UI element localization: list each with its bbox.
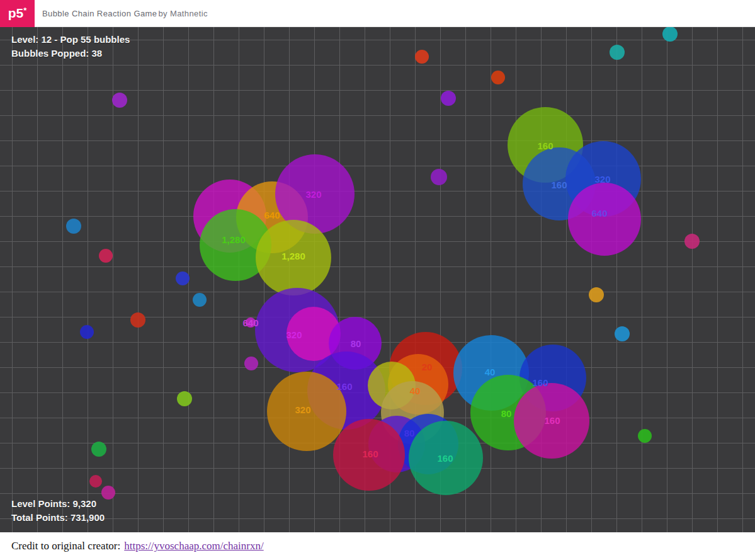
- bubble[interactable]: [333, 419, 405, 491]
- bubble[interactable]: [99, 249, 113, 263]
- credit-link[interactable]: https://yvoschaap.com/chainrxn/: [124, 540, 263, 552]
- bubble[interactable]: [130, 312, 145, 328]
- credit-text: Credit to original creator:: [11, 540, 120, 552]
- hud-bottom: Level Points: 9,320 Total Points: 731,90…: [11, 497, 105, 525]
- bubble[interactable]: [112, 93, 127, 108]
- bubble[interactable]: [615, 326, 630, 341]
- title-wrap: Bubble Chain Reaction Game by Mathnetic: [42, 9, 208, 18]
- p5js-logo[interactable]: p5*: [0, 0, 35, 27]
- bubble[interactable]: [177, 391, 192, 406]
- hud-level-points-line: Level Points: 9,320: [11, 497, 105, 511]
- bubble[interactable]: [684, 234, 700, 249]
- bubble[interactable]: [91, 442, 106, 457]
- game-canvas[interactable]: 1601603206406403201,2801,280320801603202…: [0, 27, 755, 532]
- bubble[interactable]: [176, 271, 190, 285]
- bubble-layer: [0, 27, 755, 532]
- bubble[interactable]: [441, 91, 456, 106]
- page-byline: by Mathnetic: [158, 9, 208, 18]
- bubble[interactable]: [80, 325, 94, 339]
- bubble[interactable]: [491, 71, 505, 84]
- hud-popped-line: Bubbles Popped: 38: [11, 47, 130, 60]
- header-bar: p5* Bubble Chain Reaction Game by Mathne…: [0, 0, 755, 27]
- bubble[interactable]: [431, 169, 447, 185]
- hud-top: Level: 12 - Pop 55 bubbles Bubbles Poppe…: [11, 33, 130, 60]
- bubble[interactable]: [415, 50, 429, 64]
- bubble[interactable]: [267, 372, 346, 451]
- bubble[interactable]: [246, 317, 256, 328]
- credit-footer: Credit to original creator: https://yvos…: [0, 532, 755, 560]
- bubble[interactable]: [568, 183, 641, 256]
- bubble[interactable]: [89, 475, 102, 488]
- bubble[interactable]: [589, 287, 604, 302]
- bubble[interactable]: [193, 293, 207, 307]
- bubble[interactable]: [662, 27, 678, 42]
- bubble[interactable]: [66, 219, 81, 234]
- p5js-logo-text: p5: [8, 6, 24, 21]
- bubble[interactable]: [638, 429, 652, 443]
- bubble[interactable]: [256, 220, 331, 295]
- bubble[interactable]: [514, 383, 589, 459]
- bubble[interactable]: [610, 45, 625, 60]
- page-title: Bubble Chain Reaction Game: [42, 9, 157, 18]
- bubble[interactable]: [409, 421, 483, 495]
- hud-total-points-line: Total Points: 731,900: [11, 511, 105, 525]
- hud-level-line: Level: 12 - Pop 55 bubbles: [11, 33, 130, 47]
- bubble[interactable]: [244, 357, 258, 370]
